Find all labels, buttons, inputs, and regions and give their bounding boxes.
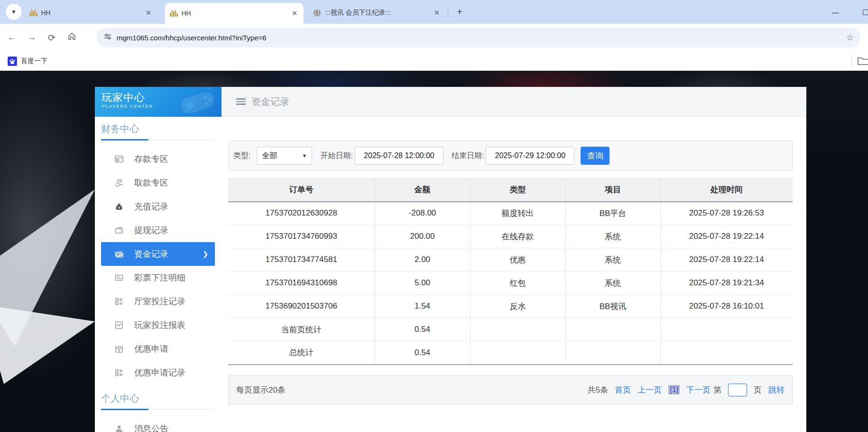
end-date-input[interactable] xyxy=(486,147,574,165)
start-date-input[interactable] xyxy=(355,147,443,165)
tab-hh-1[interactable]: HH ✕ xyxy=(25,3,157,23)
home-button[interactable] xyxy=(64,29,80,46)
cell-summary-label: 当前页统计 xyxy=(228,318,375,341)
search-button[interactable]: 查询 xyxy=(581,147,609,165)
sidebar-item-label: 彩票下注明细 xyxy=(134,272,185,283)
forward-button[interactable]: → xyxy=(24,29,40,46)
sidebar-item-player-report[interactable]: 玩家投注报表 xyxy=(101,313,215,337)
cell-order-no: 1753690201503706 xyxy=(228,295,375,318)
sidebar-item-recharge-record[interactable]: ¥ 充值记录 xyxy=(101,195,215,218)
close-icon[interactable]: ✕ xyxy=(144,9,153,17)
col-header-project: 项目 xyxy=(565,178,660,202)
close-icon[interactable]: ✕ xyxy=(290,9,299,18)
page-title: 资金记录 xyxy=(251,95,289,108)
address-bar[interactable]: mgm1065.com/hhcp/usercenter.html?iniType… xyxy=(97,28,860,47)
funds-record-icon xyxy=(114,249,124,259)
col-header-amount: 金额 xyxy=(375,178,470,202)
cell-amount: 1.54 xyxy=(375,295,470,318)
cell-order-no: 1753701694310698 xyxy=(228,272,375,295)
main-header: 资金记录 xyxy=(222,87,806,117)
table-row: 1753701734774581 2.00 优惠 系统 2025-07-28 1… xyxy=(228,248,793,272)
folder-icon[interactable] xyxy=(857,56,868,68)
pagination-bar: 每页显示20条 共5条 首页 上一页 [1] 下一页 第 页 跳转 xyxy=(228,375,793,404)
sidebar-item-lottery-bet-detail[interactable]: 彩票下注明细 xyxy=(101,266,215,290)
forward-icon: → xyxy=(28,32,37,43)
back-button[interactable]: ← xyxy=(4,29,20,46)
tab-video-records[interactable]: :::视讯 会员下注纪录::: ✕ xyxy=(308,3,446,23)
sidebar-item-promo-apply[interactable]: 优惠申请 xyxy=(101,337,215,361)
tab-label: HH xyxy=(41,9,141,17)
hall-bet-icon xyxy=(114,297,124,306)
prev-page-link[interactable]: 上一页 xyxy=(637,385,662,395)
tune-icon[interactable] xyxy=(103,32,112,43)
cell-time: 2025-07-28 19:22:14 xyxy=(660,225,793,248)
cell-type: 额度转出 xyxy=(470,202,565,225)
withdraw-icon xyxy=(114,178,124,188)
first-page-link[interactable]: 首页 xyxy=(615,385,631,395)
bookmark-baidu[interactable]: 百度一下 xyxy=(8,56,47,66)
cell-project: 系统 xyxy=(565,248,660,272)
next-page-link[interactable]: 下一页 xyxy=(686,385,711,395)
jump-page-input[interactable] xyxy=(728,384,747,396)
sidebar-item-deposit[interactable]: 存款专区 xyxy=(101,147,215,171)
player-report-icon xyxy=(114,320,124,330)
sidebar-item-label: 资金记录 xyxy=(134,248,168,260)
hamburger-icon[interactable] xyxy=(236,97,246,106)
cell-time: 2025-07-28 19:22:14 xyxy=(660,248,793,272)
jump-suffix-label: 页 xyxy=(754,385,762,395)
plus-icon: + xyxy=(457,7,462,18)
section-personal-label: 个人中心 xyxy=(101,392,139,405)
cell-type: 反水 xyxy=(470,295,565,318)
back-icon: ← xyxy=(8,32,17,43)
cell-amount: 2.00 xyxy=(375,248,470,272)
section-divider xyxy=(101,140,215,140)
sidebar-item-label: 存款专区 xyxy=(134,153,168,165)
maximize-icon: ▢ xyxy=(862,8,868,16)
main-panel: 资金记录 类型: 全部 ▼ 开始日期: 结束日期: 查询 订单号 金额 类型 项… xyxy=(222,87,806,432)
message-icon xyxy=(114,424,124,432)
deposit-icon xyxy=(114,154,124,164)
page-viewport: 玩家中心 PLAYERS CENTER 财务中心 存款专区 取款专区 ¥ 充值记… xyxy=(0,71,868,432)
filter-bar: 类型: 全部 ▼ 开始日期: 结束日期: 查询 xyxy=(228,141,793,171)
minimize-icon: — xyxy=(832,8,839,16)
reload-button[interactable]: ⟳ xyxy=(44,29,60,46)
table-row: 1753702012630928 -208.00 额度转出 BB平台 2025-… xyxy=(228,202,793,225)
sidebar-item-promo-record[interactable]: 优惠申请记录 xyxy=(101,361,215,385)
baidu-paw-icon xyxy=(8,56,17,66)
sidebar-item-label: 消息公告 xyxy=(134,423,168,432)
jump-button[interactable]: 跳转 xyxy=(768,385,785,395)
cell-project: 系统 xyxy=(565,225,660,248)
bookmarks-divider xyxy=(851,55,852,67)
cell-amount: 0.54 xyxy=(375,341,470,365)
minimize-button[interactable]: — xyxy=(824,0,846,24)
url-text[interactable]: mgm1065.com/hhcp/usercenter.html?iniType… xyxy=(117,34,846,42)
withdrawal-record-icon xyxy=(114,225,124,235)
table-header-row: 订单号 金额 类型 项目 处理时间 xyxy=(228,178,793,202)
maximize-button[interactable]: ▢ xyxy=(855,0,868,24)
svg-text:¥: ¥ xyxy=(118,206,120,210)
bookmarks-bar: 百度一下 xyxy=(0,51,868,71)
sidebar-item-withdraw[interactable]: 取款专区 xyxy=(101,171,215,195)
bookmark-star-icon[interactable]: ☆ xyxy=(846,32,854,43)
new-tab-button[interactable]: + xyxy=(452,4,468,20)
sidebar-item-label: 充值记录 xyxy=(134,201,168,212)
section-finance-label: 财务中心 xyxy=(101,122,139,135)
sidebar-item-withdrawal-record[interactable]: 提现记录 xyxy=(101,218,215,242)
close-icon[interactable]: ✕ xyxy=(433,9,441,17)
type-select[interactable]: 全部 ▼ xyxy=(257,147,312,165)
funds-table: 订单号 金额 类型 项目 处理时间 1753702012630928 -208.… xyxy=(228,178,793,365)
sidebar-item-funds-record[interactable]: 资金记录 ❯ xyxy=(101,242,215,266)
tab-divider xyxy=(448,7,448,17)
tab-search-button[interactable]: ▼ xyxy=(6,4,22,20)
tab-hh-2-active[interactable]: HH ✕ xyxy=(165,3,304,24)
cell-amount: -208.00 xyxy=(375,202,470,225)
sidebar-item-hall-bet-record[interactable]: 厅室投注记录 xyxy=(101,290,215,313)
cell-project: BB平台 xyxy=(565,202,660,225)
table-row: 1753701734760993 200.00 在线存款 系统 2025-07-… xyxy=(228,225,793,248)
tab-label: :::视讯 会员下注纪录::: xyxy=(325,9,429,17)
promo-record-icon xyxy=(114,368,124,377)
bookmark-label: 百度一下 xyxy=(21,57,47,66)
chevron-down-icon: ▼ xyxy=(11,9,17,15)
sidebar-item-messages[interactable]: 消息公告 xyxy=(101,417,215,432)
jump-prefix-label: 第 xyxy=(713,385,721,395)
